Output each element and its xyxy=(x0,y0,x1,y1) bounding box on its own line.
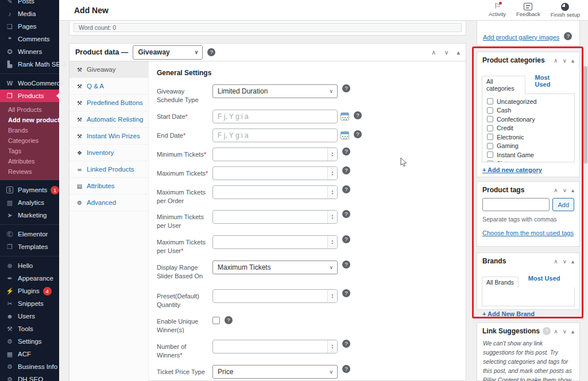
start-date-input[interactable] xyxy=(212,110,338,123)
help-icon[interactable] xyxy=(354,111,362,119)
number-stepper[interactable]: ▴▾ xyxy=(327,148,337,161)
move-up-button[interactable]: ∧ xyxy=(431,49,436,56)
help-icon[interactable] xyxy=(564,32,572,40)
category-item[interactable]: Confectionary xyxy=(487,115,574,124)
sidebar-item-analytics[interactable]: ▥Analytics xyxy=(0,196,59,209)
range-slider-based-on-select[interactable]: Maximum Tickets∨ xyxy=(212,261,338,274)
number-stepper[interactable]: ▴▾ xyxy=(327,186,337,199)
number-stepper[interactable]: ▴▾ xyxy=(327,290,337,302)
sidebar-item-templates[interactable]: ❐Templates xyxy=(0,240,59,253)
category-checkbox[interactable] xyxy=(487,151,493,158)
finish-setup-button[interactable]: Finish setup xyxy=(551,2,580,18)
submenu-all-products[interactable]: All Products xyxy=(0,104,59,115)
tab-instant-win-prizes[interactable]: ⚒Instant Win Prizes xyxy=(69,128,148,145)
end-date-input[interactable] xyxy=(212,129,338,142)
sidebar-item-woocommerce[interactable]: WWooCommerce xyxy=(0,77,59,90)
minimum-tickets-per-user-input[interactable] xyxy=(212,210,338,224)
move-down-button[interactable]: ∨ xyxy=(563,187,567,193)
move-down-button[interactable]: ∨ xyxy=(563,258,567,265)
category-item[interactable]: Uncategorized xyxy=(487,97,574,106)
feedback-button[interactable]: Feedback xyxy=(516,2,540,18)
toggle-panel-button[interactable]: ▴ xyxy=(571,57,574,64)
add-new-category-link[interactable]: + Add new category xyxy=(482,166,542,173)
number-of-winners-input[interactable] xyxy=(212,340,338,353)
category-item[interactable]: Credit xyxy=(487,124,574,133)
sidebar-item-snippets[interactable]: ✂Snippets xyxy=(0,297,59,310)
maximum-tickets-input[interactable] xyxy=(212,166,338,180)
number-stepper[interactable]: ▴▾ xyxy=(327,340,337,353)
category-item[interactable]: Cash xyxy=(487,106,574,115)
sidebar-item-marketing[interactable]: ➤Marketing xyxy=(0,209,59,221)
submenu-add-new-product[interactable]: Add new product xyxy=(0,115,59,125)
toggle-panel-button[interactable]: ▴ xyxy=(571,187,574,193)
move-down-button[interactable]: ∨ xyxy=(563,328,567,335)
help-icon[interactable] xyxy=(342,166,350,174)
help-icon[interactable] xyxy=(342,261,350,269)
category-checkbox[interactable] xyxy=(487,125,493,131)
toggle-panel-button[interactable]: ▴ xyxy=(571,328,574,335)
category-item[interactable]: Gaming xyxy=(487,142,574,151)
move-up-button[interactable]: ∧ xyxy=(554,328,558,335)
tab-attributes[interactable]: ▤Attributes xyxy=(69,178,148,195)
sidebar-item-acf[interactable]: ▦ACF xyxy=(0,348,59,360)
calendar-icon[interactable] xyxy=(341,112,349,120)
help-icon[interactable] xyxy=(342,185,350,193)
toggle-panel-button[interactable]: ▴ xyxy=(457,49,460,56)
scrollbar-thumb[interactable] xyxy=(583,66,587,164)
category-checkbox[interactable] xyxy=(487,107,493,114)
sidebar-item-pages[interactable]: ❏Pages xyxy=(0,20,59,33)
help-icon[interactable] xyxy=(543,327,551,335)
category-checkbox[interactable] xyxy=(487,134,493,140)
sidebar-item-settings[interactable]: ⚙Settings xyxy=(0,335,59,348)
category-item[interactable]: Slots xyxy=(487,160,574,163)
tab-q-and-a[interactable]: ⚒Q & A xyxy=(69,78,148,95)
help-icon[interactable] xyxy=(225,316,233,324)
number-stepper[interactable]: ▴▾ xyxy=(327,167,337,180)
sidebar-item-business-info[interactable]: ⚙Business Info xyxy=(0,360,59,373)
move-up-button[interactable]: ∧ xyxy=(554,187,558,193)
help-icon[interactable] xyxy=(342,235,350,243)
help-icon[interactable] xyxy=(342,365,350,373)
add-gallery-images-link[interactable]: Add product gallery images xyxy=(483,34,559,41)
tab-most-used[interactable]: Most Used xyxy=(524,273,565,283)
move-up-button[interactable]: ∧ xyxy=(554,57,558,64)
tab-advanced[interactable]: ⚙Advanced xyxy=(69,195,148,211)
maximum-tickets-per-order-input[interactable] xyxy=(212,185,338,199)
number-stepper[interactable]: ▴▾ xyxy=(327,211,337,223)
tab-predefined-buttons[interactable]: ⚒Predefined Buttons xyxy=(69,95,148,111)
sidebar-item-users[interactable]: ☻Users xyxy=(0,310,59,322)
category-item[interactable]: Instant Game xyxy=(487,150,574,160)
maximum-tickets-per-user-input[interactable] xyxy=(212,235,338,249)
category-checkbox[interactable] xyxy=(487,143,493,149)
submenu-reviews[interactable]: Reviews xyxy=(0,166,59,177)
category-item[interactable]: Electronic xyxy=(487,133,574,142)
help-icon[interactable] xyxy=(342,84,350,92)
sidebar-item-tools[interactable]: ⚒Tools xyxy=(0,322,59,335)
giveaway-schedule-type-select[interactable]: Limited Duration∨ xyxy=(212,84,338,98)
sidebar-item-products[interactable]: ❒Products xyxy=(0,90,59,102)
move-down-button[interactable]: ∨ xyxy=(563,57,567,64)
help-icon[interactable] xyxy=(342,147,350,155)
submenu-tags[interactable]: Tags xyxy=(0,146,59,156)
tab-linked-products[interactable]: ∞Linked Products xyxy=(69,161,148,178)
calendar-icon[interactable] xyxy=(341,131,349,139)
move-down-button[interactable]: ∨ xyxy=(444,49,448,56)
tag-input[interactable] xyxy=(482,198,550,211)
product-type-select[interactable]: Giveaway ∨ xyxy=(133,45,203,60)
sidebar-item-winners[interactable]: ✪Winners xyxy=(0,45,59,58)
sidebar-item-comments[interactable]: ❝Comments xyxy=(0,33,59,45)
sidebar-item-hello[interactable]: ⊕Hello xyxy=(0,259,59,272)
help-icon[interactable] xyxy=(342,210,350,218)
add-new-brand-link[interactable]: + Add New Brand xyxy=(482,310,535,317)
tab-automatic-relisting[interactable]: ⚒Automatic Relisting xyxy=(69,111,148,128)
most-used-tags-link[interactable]: Choose from the most used tags xyxy=(482,230,574,236)
tab-inventory[interactable]: ❖Inventory xyxy=(69,145,148,161)
category-checkbox[interactable] xyxy=(487,161,493,162)
sidebar-item-appearance[interactable]: ✒Appearance xyxy=(0,272,59,285)
help-icon[interactable] xyxy=(342,340,350,348)
sidebar-item-rank-math-seo[interactable]: ▙Rank Math SEO xyxy=(0,58,59,71)
brands-list[interactable] xyxy=(482,287,575,306)
tab-most-used[interactable]: Most Used xyxy=(531,72,570,90)
add-tag-button[interactable]: Add xyxy=(552,198,574,211)
enable-unique-winners-checkbox[interactable] xyxy=(212,317,220,324)
